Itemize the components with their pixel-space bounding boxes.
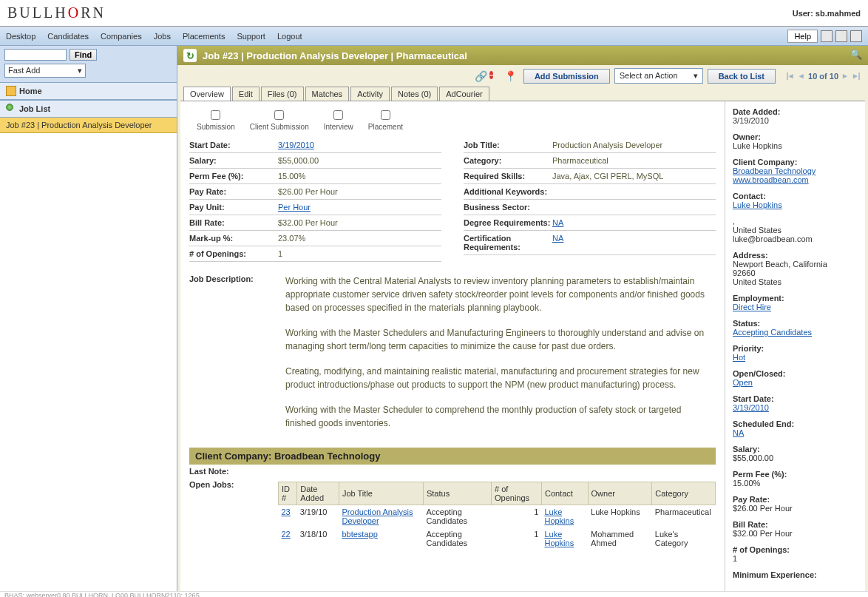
fast-add-dropdown[interactable]: Fast Add▾ [4,64,86,78]
table-link[interactable]: Luke Hopkins [544,507,574,525]
menu-companies[interactable]: Companies [101,32,142,41]
field-label: Category: [464,156,552,165]
field-value[interactable]: 3/19/2010 [278,141,314,149]
info-link[interactable]: Direct Hire [733,303,771,311]
info-link[interactable]: Open [733,378,753,387]
tab-files-[interactable]: Files (0) [261,87,304,101]
field-label: Salary: [189,156,278,165]
menu-desktop[interactable]: Desktop [6,32,35,41]
field-label: Required Skills: [464,172,552,181]
help-button[interactable]: Help [787,30,818,43]
col-header[interactable]: Date Added [297,482,339,505]
sidebar-joblist[interactable]: Job List [0,100,177,118]
search-icon[interactable]: 🔍 [850,49,862,61]
info-link[interactable]: Accepting Candidates [733,328,812,337]
col-header[interactable]: Category [652,482,716,505]
main-menu: DesktopCandidatesCompaniesJobsPlacements… [6,32,314,41]
pin-icon[interactable]: 📍 [504,70,516,82]
field-label: # of Openings: [189,249,278,258]
table-row: 233/19/10Production Analysis DeveloperAc… [279,505,716,528]
field-label: Start Date: [189,141,278,149]
info-link[interactable]: www.broadbean.com [733,175,809,184]
menu-jobs[interactable]: Jobs [154,32,171,41]
field-label: Bill Rate: [189,218,278,227]
menu-placements[interactable]: Placements [183,32,225,41]
step-checkbox-submission[interactable] [211,110,220,120]
info-label: Bill Rate: [733,520,858,529]
tab-overview[interactable]: Overview [183,87,231,101]
tab-edit[interactable]: Edit [232,87,260,101]
info-label: Open/Closed: [733,369,858,378]
info-link[interactable]: Hot [733,353,745,362]
link-icon[interactable]: 🔗 [475,70,486,82]
field-label: Additional Keywords: [464,187,552,196]
tab-activity[interactable]: Activity [350,87,390,101]
step-checkbox-placement[interactable] [381,110,390,120]
field-value[interactable]: NA [552,218,563,227]
select-action-dropdown[interactable]: Select an Action▾ [614,68,703,84]
print-icon[interactable] [821,30,833,42]
field-label: Perm Fee (%): [189,172,278,181]
job-icon: ↻ [183,49,197,62]
step-label: Submission [197,123,235,131]
field-value[interactable]: Per Hour [278,203,311,212]
info-link[interactable]: 3/19/2010 [733,403,769,412]
user-label: User: sb.mahmed [793,9,861,18]
close-icon[interactable] [850,30,862,42]
info-link[interactable]: Luke Hopkins [733,200,782,209]
sidebar-home[interactable]: Home [0,82,177,100]
joblist-icon [6,104,16,114]
col-header[interactable]: Owner [588,482,652,505]
info-link[interactable]: NA [733,428,744,437]
col-header[interactable]: Job Title [339,482,423,505]
menu-logout[interactable]: Logout [277,32,302,41]
pager-next[interactable]: ▸ [840,71,850,81]
info-label: Perm Fee (%): [733,470,858,479]
field-label: Mark-up %: [189,234,278,243]
field-label: Business Sector: [464,203,552,212]
table-link[interactable]: 22 [282,530,291,539]
info-label: Status: [733,319,858,328]
col-header[interactable]: ID # [279,482,297,505]
field-value: $55,000.00 [278,156,319,165]
field-value: 15.00% [278,172,305,181]
menu-candidates[interactable]: Candidates [47,32,89,41]
field-value: Pharmaceutical [552,156,608,165]
info-label: Owner: [733,132,858,141]
step-label: Interview [324,123,353,131]
step-checkbox-client-submission[interactable] [274,110,284,120]
find-input[interactable] [4,49,67,61]
sidebar-open-job[interactable]: Job #23 | Production Analysis Developer [0,118,177,133]
col-header[interactable]: # of Openings [492,482,542,505]
field-value[interactable]: NA [552,234,563,252]
table-link[interactable]: 23 [282,507,291,516]
col-header[interactable]: Contact [541,482,588,505]
back-to-list-button[interactable]: Back to List [708,69,776,84]
table-link[interactable]: Luke Hopkins [544,530,574,547]
info-link[interactable]: Broadbean Technology [733,166,816,175]
client-company-header: Client Company: Broadbean Technology [189,448,716,465]
field-value: 1 [278,249,282,258]
table-link[interactable]: Production Analysis Developer [342,507,413,525]
info-label: Address: [733,251,858,260]
menu-support[interactable]: Support [237,32,265,41]
step-checkbox-interview[interactable] [333,110,343,120]
remove-icon[interactable]: – [489,70,501,82]
tab-matches[interactable]: Matches [305,87,350,101]
table-link[interactable]: bbtestapp [342,530,377,539]
tab-adcourier[interactable]: AdCourier [439,87,489,101]
field-value: $26.00 Per Hour [278,187,338,196]
info-label: Employment: [733,294,858,303]
col-header[interactable]: Status [423,482,491,505]
pager-last[interactable]: ▸| [852,71,862,81]
add-submission-button[interactable]: Add Submission [523,69,610,84]
status-bar: BHAS: webserver0.80 BULLHORN_LG00 BULLHO… [0,591,868,597]
pager-first[interactable]: |◂ [784,71,795,81]
pager-prev[interactable]: ◂ [796,71,807,81]
export-icon[interactable] [835,30,847,42]
info-label: Contact: [733,192,858,200]
tab-notes-[interactable]: Notes (0) [391,87,438,101]
field-label: Job Title: [464,141,552,149]
find-button[interactable]: Find [69,49,97,61]
field-label: Pay Rate: [189,187,278,196]
